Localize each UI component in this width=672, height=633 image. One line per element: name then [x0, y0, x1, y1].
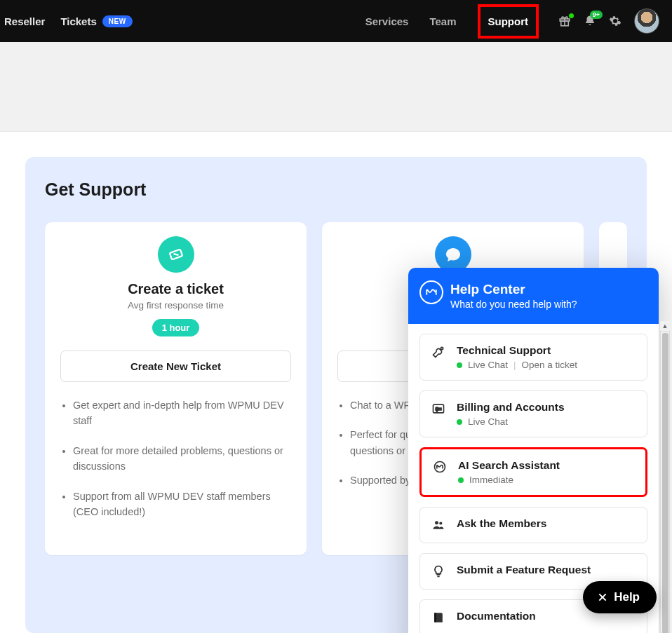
svg-point-10 — [439, 522, 442, 524]
status-dot — [458, 477, 464, 483]
hc-item-meta: Live Chat | Open a ticket — [457, 360, 636, 370]
card-subtitle: Avg first response time — [60, 300, 291, 311]
list-item: Get expert and in-depth help from WPMU D… — [73, 397, 291, 429]
app-header: Reseller Tickets NEW Services Team Suppo… — [0, 0, 672, 42]
response-time-pill: 1 hour — [152, 319, 200, 336]
nav-tickets-label: Tickets — [60, 15, 96, 27]
hc-item-title: Billing and Accounts — [457, 401, 636, 414]
nav-support[interactable]: Support — [478, 4, 539, 39]
header-left: Reseller Tickets NEW — [4, 15, 133, 27]
help-center-popover: Help Center What do you need help with? … — [408, 268, 659, 633]
svg-point-5 — [441, 347, 443, 349]
hc-meta-text: Live Chat — [468, 360, 508, 370]
hc-meta-text: Open a ticket — [522, 360, 578, 370]
card-create-ticket: Create a ticket Avg first response time … — [45, 222, 307, 555]
hc-meta-text: Live Chat — [468, 416, 508, 427]
scrollbar[interactable] — [660, 331, 670, 633]
svg-line-4 — [173, 252, 178, 257]
hc-item-title: Submit a Feature Request — [457, 564, 636, 576]
scrollbar-thumb[interactable] — [662, 333, 668, 633]
header-right: Services Team Support 9+ — [365, 4, 659, 39]
hc-item-billing[interactable]: $≡ Billing and Accounts Live Chat — [419, 390, 647, 437]
help-center-header: Help Center What do you need help with? — [408, 268, 659, 324]
hc-item-meta: Live Chat — [457, 416, 636, 427]
card-bullets: Get expert and in-depth help from WPMU D… — [60, 397, 291, 520]
billing-icon: $≡ — [431, 402, 445, 416]
help-fab-label: Help — [614, 590, 640, 604]
hc-item-ask-members[interactable]: Ask the Members — [419, 507, 647, 543]
hc-item-title: AI Search Assistant — [458, 459, 634, 472]
create-new-ticket-button[interactable]: Create New Ticket — [60, 350, 291, 382]
scroll-up-arrow[interactable]: ▲ — [660, 321, 670, 331]
page-subheader — [0, 42, 672, 132]
nav-team[interactable]: Team — [429, 15, 456, 27]
notification-count-badge: 9+ — [590, 11, 603, 19]
status-dot — [457, 419, 462, 425]
status-dot — [457, 362, 462, 368]
nav-services[interactable]: Services — [365, 15, 409, 27]
hc-meta-text: Immediate — [469, 475, 513, 485]
gift-icon[interactable] — [558, 15, 571, 27]
list-item: Great for more detailed problems, questi… — [73, 443, 291, 475]
lightbulb-icon — [431, 564, 445, 578]
header-nav: Services Team Support — [365, 4, 539, 39]
hc-item-meta: Immediate — [458, 475, 634, 485]
book-icon — [431, 611, 445, 625]
close-icon — [597, 592, 608, 603]
new-badge: NEW — [102, 15, 133, 27]
hc-item-title: Ask the Members — [457, 517, 636, 530]
gift-notification-dot — [569, 13, 574, 18]
nav-tickets[interactable]: Tickets NEW — [60, 15, 132, 27]
help-center-title: Help Center — [450, 282, 643, 297]
svg-text:$≡: $≡ — [436, 406, 442, 412]
page-body: Get Support Create a ticket Avg first re… — [0, 132, 672, 633]
card-title: Create a ticket — [60, 281, 291, 297]
help-center-subtitle: What do you need help with? — [450, 299, 643, 310]
members-icon — [431, 518, 445, 532]
gear-icon[interactable] — [609, 15, 621, 27]
hc-item-ai-search[interactable]: AI Search Assistant Immediate — [419, 447, 647, 497]
svg-point-9 — [435, 521, 438, 524]
ticket-icon — [158, 236, 194, 273]
page-title: Get Support — [45, 179, 627, 200]
bell-icon[interactable]: 9+ — [584, 15, 596, 27]
svg-rect-11 — [434, 613, 436, 622]
hc-item-technical-support[interactable]: Technical Support Live Chat | Open a tic… — [419, 334, 647, 381]
ai-icon — [433, 460, 447, 474]
user-avatar[interactable] — [634, 8, 659, 34]
help-fab-button[interactable]: Help — [583, 581, 657, 613]
separator: | — [513, 360, 516, 370]
nav-reseller[interactable]: Reseller — [4, 15, 45, 27]
list-item: Support from all WPMU DEV staff members … — [73, 489, 291, 520]
wrench-icon — [431, 345, 445, 359]
hc-item-title: Technical Support — [457, 344, 636, 357]
help-center-logo-icon — [419, 280, 443, 304]
